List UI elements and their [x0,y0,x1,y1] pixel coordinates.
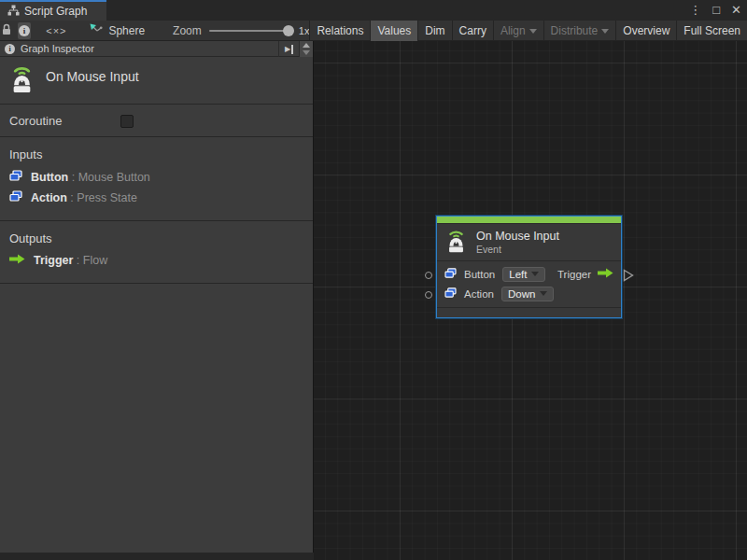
inputs-title: Inputs [9,147,303,161]
trigger-label: Trigger [557,269,591,280]
value-port-icon [9,170,22,184]
outputs-section: Outputs Trigger : Flow [0,221,313,284]
action-value-dropdown[interactable]: Down [501,287,554,301]
graph-pointer-icon [89,22,103,38]
values-button[interactable]: Values [370,21,417,41]
inspector-title: Graph Inspector [21,43,94,54]
tab-script-graph[interactable]: Script Graph [0,0,106,21]
value-port-icon [9,190,22,204]
close-icon[interactable]: ✕ [731,0,741,21]
align-dropdown-button: Align [493,21,543,41]
list-item: Button : Mouse Button [9,170,303,184]
spinner-down-icon[interactable] [303,50,310,55]
flow-arrow-icon [9,254,25,267]
graph-toolbar: i <×> Sphere Zoom 1x R [0,21,747,41]
relations-button[interactable]: Relations [309,21,370,41]
node-body: Button Left Trigger [437,261,621,307]
overview-button[interactable]: Overview [615,21,676,41]
chevron-down-icon [601,29,609,34]
panel-spinner [299,41,313,57]
script-graph-window: Script Graph ⋮ □ ✕ i <×> [0,0,747,560]
list-item: Action : Press State [9,190,303,204]
dock-icon: ▶ [285,45,293,54]
node-row-button: Button Left Trigger [444,264,613,284]
zoom-slider[interactable] [209,30,289,32]
info-icon: i [19,25,30,36]
info-icon: i [5,44,15,54]
lock-button[interactable] [0,21,14,41]
zoom-value: 1x [299,25,310,36]
port-label: Action [464,288,494,300]
node-row-action: Action Down [444,284,613,303]
node-title: On Mouse Input [476,230,559,244]
maximize-icon[interactable]: □ [712,0,720,21]
node-footer [437,307,621,315]
chevron-down-icon [540,291,547,296]
button-value-dropdown[interactable]: Left [502,267,545,282]
tab-bar: Script Graph ⋮ □ ✕ [0,0,747,21]
lock-icon [1,23,12,38]
node-input-port-button[interactable] [425,272,432,279]
mouse-input-icon [10,63,34,96]
window-controls: ⋮ □ ✕ [689,0,741,21]
context-label: Sphere [108,24,145,37]
chevron-down-icon [531,272,539,276]
on-mouse-input-node[interactable]: On Mouse Input Event Button Left [436,216,622,318]
zoom-slider-handle[interactable] [283,25,294,36]
node-header: On Mouse Input Event [437,224,621,261]
flow-arrow-icon[interactable] [598,268,613,281]
list-item: Trigger : Flow [9,254,303,267]
code-icon: <×> [46,25,66,36]
zoom-control: Zoom 1x [173,24,309,37]
chevron-down-icon [529,29,537,34]
code-view-button[interactable]: <×> [40,21,72,41]
inspector-header: i Graph Inspector ▶ [0,41,313,57]
distribute-dropdown-button: Distribute [543,21,616,41]
coroutine-row: Coroutine [0,105,313,137]
node-subtitle: Event [476,244,559,255]
coroutine-checkbox[interactable] [120,115,134,128]
unit-title: On Mouse Input [46,69,139,84]
tab-label: Script Graph [24,5,87,18]
toolbar-buttons: Relations Values Dim Carry Align Distrib… [309,21,747,41]
trigger-output-port[interactable] [623,269,634,285]
selected-unit-section: On Mouse Input [0,57,313,105]
inspector-toggle-button[interactable]: i [18,22,32,39]
graph-hierarchy-icon [7,5,20,19]
window-menu-icon[interactable]: ⋮ [689,0,701,21]
spinner-up-icon[interactable] [303,43,310,48]
coroutine-label: Coroutine [9,114,62,128]
value-port-icon [444,287,457,301]
graph-canvas[interactable]: On Mouse Input Event Button Left [314,41,747,560]
dim-button[interactable]: Dim [417,21,451,41]
graph-context-button[interactable]: Sphere [89,22,145,38]
dock-panel-button[interactable]: ▶ [278,41,299,57]
port-label: Button [464,269,495,280]
mouse-input-icon [446,228,466,256]
zoom-label: Zoom [173,24,202,37]
outputs-title: Outputs [9,231,303,245]
node-accent-bar [437,217,621,224]
node-input-port-action[interactable] [425,291,432,299]
full-screen-button[interactable]: Full Screen [676,21,747,41]
carry-button[interactable]: Carry [452,21,493,41]
value-port-icon [444,268,457,281]
inputs-section: Inputs Button : Mouse Button Ac [0,137,313,221]
panel-bottom-edge [0,553,314,560]
graph-inspector-panel: i Graph Inspector ▶ [0,41,314,553]
